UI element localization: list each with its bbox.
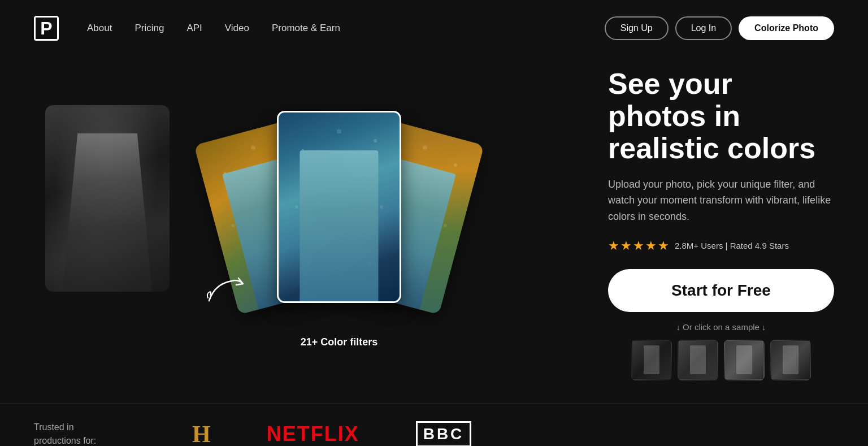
rating-row: ★★★★★ 2.8M+ Users | Rated 4.9 Stars: [608, 239, 834, 253]
bw-figure: [58, 133, 157, 292]
sample-thumb-4[interactable]: [770, 340, 811, 380]
signup-button[interactable]: Sign Up: [605, 16, 669, 40]
sample-thumb-1[interactable]: [631, 340, 672, 380]
filter-label: 21+ Color filters: [301, 336, 378, 348]
hero-title: See your photos in realistic colors: [608, 68, 834, 165]
nav-actions: Sign Up Log In Colorize Photo: [605, 16, 834, 40]
rating-text: 2.8M+ Users | Rated 4.9 Stars: [675, 241, 789, 250]
nav-video[interactable]: Video: [225, 23, 249, 34]
fan-card-center: [277, 111, 401, 303]
bbc-logo: BBC: [416, 421, 472, 446]
navbar: P About Pricing API Video Promote & Earn…: [0, 0, 868, 57]
stars: ★★★★★: [608, 239, 670, 253]
trusted-section: Trusted inproductions for: H NETFLIX BBC: [0, 403, 868, 446]
hero-content: See your photos in realistic colors Uplo…: [585, 68, 834, 380]
arrow-icon: [203, 272, 249, 306]
hero-section: 21+ Color filters See your photos in rea…: [0, 57, 868, 403]
sample-thumbnails: [608, 340, 834, 380]
login-button[interactable]: Log In: [675, 16, 732, 40]
nav-api[interactable]: API: [186, 23, 202, 34]
trusted-logos: H NETFLIX BBC: [192, 421, 834, 446]
logo[interactable]: P: [34, 16, 59, 41]
sample-thumb-3[interactable]: [724, 340, 765, 380]
netflix-logo: NETFLIX: [267, 422, 359, 446]
hero-images: 21+ Color filters: [34, 83, 585, 365]
arrow-container: [203, 272, 249, 309]
nav-promote[interactable]: Promote & Earn: [272, 23, 340, 34]
colorize-button[interactable]: Colorize Photo: [739, 16, 834, 40]
sample-hint: ↓ Or click on a sample ↓: [608, 322, 834, 332]
nav-pricing[interactable]: Pricing: [134, 23, 164, 34]
nav-about[interactable]: About: [87, 23, 112, 34]
history-channel-logo: H: [192, 421, 210, 446]
nav-links: About Pricing API Video Promote & Earn: [87, 23, 605, 34]
start-free-button[interactable]: Start for Free: [608, 269, 834, 312]
hero-description: Upload your photo, pick your unique filt…: [608, 176, 834, 225]
sample-thumb-2[interactable]: [678, 340, 718, 380]
trusted-label: Trusted inproductions for:: [34, 421, 147, 446]
bw-photo: [45, 105, 170, 292]
